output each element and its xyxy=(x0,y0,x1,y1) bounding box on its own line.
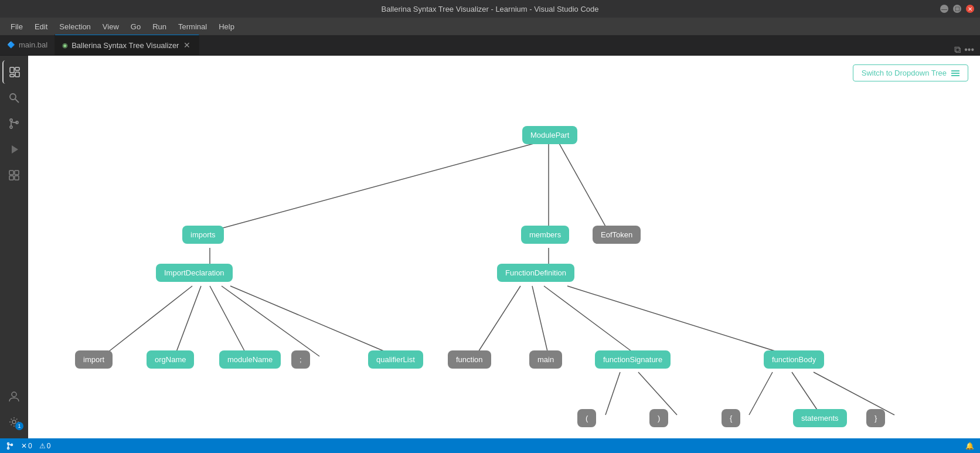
svg-rect-11 xyxy=(9,171,13,175)
tab-label-main-bal: main.bal xyxy=(19,40,47,49)
node-qualifierList[interactable]: qualifierList xyxy=(368,350,423,369)
menubar: File Edit Selection View Go Run Terminal… xyxy=(0,18,980,35)
svg-rect-3 xyxy=(10,74,14,77)
activitybar-extensions[interactable] xyxy=(2,164,26,187)
node-function-label: function xyxy=(456,355,483,364)
statusbar: ✕ 0 ⚠ 0 🔔 xyxy=(0,438,980,453)
node-semicolon[interactable]: ; xyxy=(291,350,310,369)
node-members-label: members xyxy=(529,230,561,239)
menu-view[interactable]: View xyxy=(98,21,124,32)
activitybar-source-control[interactable] xyxy=(2,112,26,135)
activitybar-settings[interactable]: 1 xyxy=(2,410,26,434)
menu-edit[interactable]: Edit xyxy=(30,21,52,32)
svg-rect-2 xyxy=(15,72,19,77)
tab-main-bal[interactable]: 🔷 main.bal xyxy=(0,35,55,55)
node-FunctionDefinition-label: FunctionDefinition xyxy=(505,268,566,277)
more-actions-icon[interactable]: ••• xyxy=(964,45,974,55)
node-rbrace[interactable]: } xyxy=(866,409,885,427)
node-EofToken[interactable]: EofToken xyxy=(593,226,641,244)
node-main-label: main xyxy=(537,355,554,364)
activitybar: 1 xyxy=(0,56,28,438)
tab-syntax-viz[interactable]: ◉ Ballerina Syntax Tree Visualizer ✕ xyxy=(55,35,199,55)
activitybar-run-debug[interactable] xyxy=(2,138,26,161)
svg-line-28 xyxy=(532,286,549,356)
svg-line-23 xyxy=(175,286,201,356)
node-lparen-label: ( xyxy=(586,414,588,423)
editor-area: Switch to Dropdown Tree xyxy=(28,56,980,438)
node-qualifierList-label: qualifierList xyxy=(376,355,415,364)
node-rbrace-label: } xyxy=(874,414,877,423)
node-imports[interactable]: imports xyxy=(182,226,224,244)
tree-connections xyxy=(28,56,980,438)
main-layout: 1 Switch to Dropdown Tree xyxy=(0,56,980,438)
node-imports-label: imports xyxy=(190,230,216,239)
statusbar-right: 🔔 xyxy=(965,442,974,450)
svg-rect-12 xyxy=(15,171,19,175)
svg-point-16 xyxy=(12,420,16,424)
node-orgName[interactable]: orgName xyxy=(147,350,194,369)
git-branch-icon[interactable] xyxy=(6,442,14,450)
notification-bell-icon[interactable]: 🔔 xyxy=(965,442,974,450)
node-statements[interactable]: statements xyxy=(793,409,847,427)
svg-line-29 xyxy=(544,286,638,356)
svg-point-7 xyxy=(10,126,12,128)
split-editor-icon[interactable]: ⧉ xyxy=(954,45,961,55)
node-functionSignature[interactable]: functionSignature xyxy=(595,350,671,369)
svg-line-31 xyxy=(605,372,620,415)
svg-line-19 xyxy=(559,142,608,231)
svg-marker-10 xyxy=(12,145,18,154)
minimize-button[interactable]: — xyxy=(940,5,948,13)
titlebar-controls: — ☐ ✕ xyxy=(940,5,974,13)
node-moduleName-label: moduleName xyxy=(227,355,273,364)
node-ImportDeclaration[interactable]: ImportDeclaration xyxy=(156,264,233,282)
node-lparen[interactable]: ( xyxy=(577,409,596,427)
node-FunctionDefinition[interactable]: FunctionDefinition xyxy=(497,264,574,282)
svg-line-27 xyxy=(475,286,520,356)
titlebar: Ballerina Syntax Tree Visualizer - Learn… xyxy=(0,0,980,18)
node-functionBody[interactable]: functionBody xyxy=(764,350,824,369)
tab-label-syntax-viz: Ballerina Syntax Tree Visualizer xyxy=(72,41,179,50)
node-lbrace-label: { xyxy=(730,414,732,423)
svg-point-36 xyxy=(8,442,9,444)
menu-selection[interactable]: Selection xyxy=(55,21,95,32)
node-members[interactable]: members xyxy=(521,226,569,244)
switch-button-label: Switch to Dropdown Tree xyxy=(862,69,947,77)
menu-lines-icon xyxy=(951,70,959,76)
node-rparen[interactable]: ) xyxy=(649,409,668,427)
menu-file[interactable]: File xyxy=(6,21,28,32)
error-icon: ✕ xyxy=(21,442,27,450)
activitybar-explorer[interactable] xyxy=(2,60,26,84)
svg-rect-1 xyxy=(15,67,19,70)
node-import[interactable]: import xyxy=(75,350,113,369)
viz-file-icon: ◉ xyxy=(62,42,68,49)
svg-rect-13 xyxy=(9,176,13,180)
menu-terminal[interactable]: Terminal xyxy=(173,21,212,32)
node-statements-label: statements xyxy=(801,414,839,423)
node-lbrace[interactable]: { xyxy=(722,409,740,427)
menu-run[interactable]: Run xyxy=(148,21,171,32)
node-main[interactable]: main xyxy=(529,350,562,369)
svg-line-22 xyxy=(103,286,192,356)
statusbar-left: ✕ 0 ⚠ 0 xyxy=(6,442,50,450)
node-moduleName[interactable]: moduleName xyxy=(219,350,281,369)
node-semicolon-label: ; xyxy=(300,355,302,364)
maximize-button[interactable]: ☐ xyxy=(953,5,961,13)
node-import-label: import xyxy=(83,355,104,364)
error-count[interactable]: ✕ 0 xyxy=(21,442,32,450)
svg-line-30 xyxy=(567,286,792,356)
tabbar: 🔷 main.bal ◉ Ballerina Syntax Tree Visua… xyxy=(0,35,980,56)
node-ModulePart[interactable]: ModulePart xyxy=(522,126,577,144)
svg-point-37 xyxy=(8,447,9,449)
switch-to-dropdown-button[interactable]: Switch to Dropdown Tree xyxy=(853,64,968,81)
node-function[interactable]: function xyxy=(448,350,491,369)
activitybar-account[interactable] xyxy=(2,384,26,408)
menu-help[interactable]: Help xyxy=(214,21,239,32)
warning-count[interactable]: ⚠ 0 xyxy=(39,442,51,450)
node-orgName-label: orgName xyxy=(155,355,186,364)
tab-close-syntax-viz[interactable]: ✕ xyxy=(182,40,192,50)
activitybar-search[interactable] xyxy=(2,86,26,110)
svg-line-24 xyxy=(210,286,247,356)
close-button[interactable]: ✕ xyxy=(966,5,974,13)
node-ModulePart-label: ModulePart xyxy=(530,131,569,139)
menu-go[interactable]: Go xyxy=(126,21,145,32)
